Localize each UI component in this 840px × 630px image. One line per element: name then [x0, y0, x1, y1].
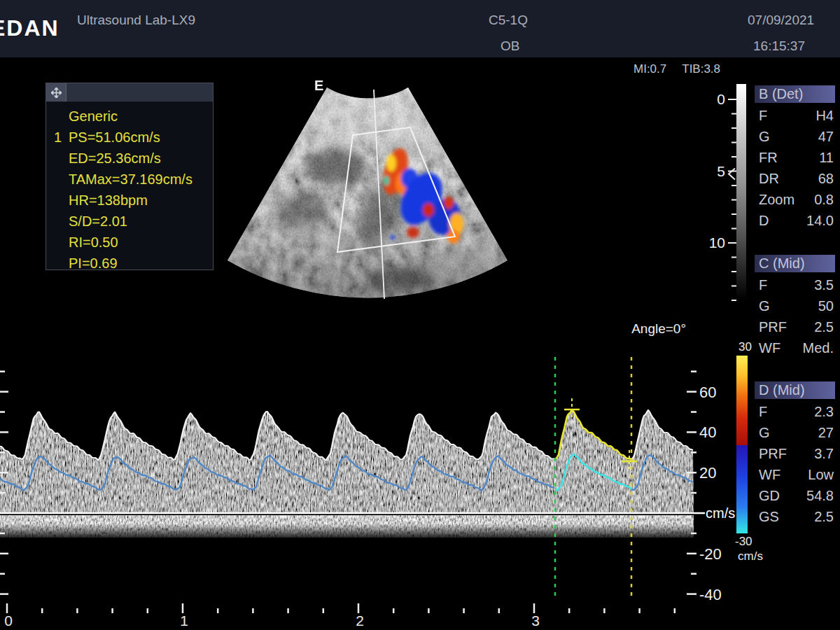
- param-group-c: C (Mid) F3.5G50PRF2.5WFMed.: [755, 255, 835, 358]
- velocity-label: 40: [699, 424, 716, 441]
- param-row: PRF3.7: [755, 443, 835, 464]
- date-label: 07/09/2021: [748, 13, 814, 28]
- param-row: WFLow: [755, 464, 835, 485]
- param-label: Zoom: [759, 189, 794, 210]
- mi-index: MI:0.7: [634, 62, 666, 76]
- param-label: FR: [759, 147, 778, 168]
- measurement-text: Generic: [69, 106, 118, 127]
- param-value: 2.5: [814, 506, 834, 527]
- param-label: PRF: [759, 316, 787, 337]
- measurement-text: PI=0.69: [69, 253, 118, 274]
- velocity-label: 60: [699, 384, 716, 401]
- param-row: DR68: [755, 168, 835, 189]
- param-header-b[interactable]: B (Det): [755, 85, 835, 103]
- param-value: 54.8: [806, 485, 834, 506]
- param-label: G: [759, 422, 770, 443]
- param-rows-b: FH4G47FR11DR68Zoom0.8D14.0: [755, 105, 835, 231]
- param-row: FR11: [755, 147, 835, 168]
- orientation-marker: E: [314, 78, 323, 94]
- top-status-bar: EDAN Ultrasound Lab-LX9 C5-1Q 07/09/2021…: [0, 0, 840, 57]
- param-value: 2.5: [814, 316, 834, 337]
- param-label: D: [759, 210, 769, 231]
- measurement-results-panel[interactable]: Generic1PS=51.06cm/sED=25.36cm/sTAMax=37…: [46, 83, 214, 270]
- velocity-label: -20: [699, 545, 722, 563]
- param-value: 68: [818, 168, 834, 189]
- spectral-fill: [0, 411, 694, 513]
- param-label: GS: [759, 506, 779, 527]
- colorbar-positive: [736, 356, 748, 445]
- param-row: F3.5: [755, 274, 835, 295]
- acoustic-indices: MI:0.7TIB:3.8: [634, 62, 736, 76]
- measurement-text: TAMax=37.169cm/s: [69, 169, 192, 190]
- param-value: Med.: [803, 337, 834, 358]
- measurement-text: S/D=2.01: [69, 211, 127, 232]
- move-handle[interactable]: [46, 83, 66, 102]
- depth-label: 0: [717, 91, 725, 107]
- measurement-row: 1PS=51.06cm/s: [46, 127, 213, 148]
- depth-shading: [227, 88, 507, 298]
- measurement-row: TAMax=37.169cm/s: [46, 169, 213, 190]
- param-label: GD: [759, 485, 780, 506]
- param-header-d[interactable]: D (Mid): [755, 382, 835, 399]
- exam-preset-label: OB: [500, 38, 519, 54]
- param-rows-c: F3.5G50PRF2.5WFMed.: [755, 274, 835, 358]
- param-value: 2.3: [814, 401, 834, 422]
- param-value: H4: [816, 105, 834, 126]
- param-row: WFMed.: [755, 337, 835, 358]
- measurement-index: [46, 232, 69, 253]
- param-row: GS2.5: [755, 506, 835, 527]
- time-label: 1: [180, 612, 188, 629]
- grayscale-bar: [736, 84, 746, 300]
- depth-label: 10: [709, 234, 725, 251]
- param-label: PRF: [759, 443, 787, 464]
- spectral-display: 604020-20-40cm/s0123: [0, 308, 735, 630]
- param-value: 27: [818, 422, 834, 443]
- measurement-index: [46, 190, 69, 211]
- param-value: 0.8: [814, 189, 834, 210]
- param-value: 3.7: [814, 443, 834, 464]
- measurement-text: RI=0.50: [69, 232, 118, 253]
- measurement-text: ED=25.36cm/s: [69, 148, 161, 169]
- colorbar-negative: [736, 445, 748, 533]
- measurement-row: S/D=2.01: [46, 211, 213, 232]
- param-label: F: [759, 274, 767, 295]
- time-label: 2: [356, 612, 364, 629]
- param-row: PRF2.5: [755, 316, 835, 337]
- ultrasound-screen: EDAN Ultrasound Lab-LX9 C5-1Q 07/09/2021…: [0, 0, 840, 630]
- param-label: WF: [759, 464, 780, 485]
- time-label: 3: [531, 612, 540, 629]
- param-value: 11: [819, 147, 834, 168]
- measurement-index: 1: [46, 127, 69, 148]
- measurement-row: ED=25.36cm/s: [46, 148, 213, 169]
- velocity-label: 20: [699, 464, 716, 482]
- measurement-panel-titlebar: [46, 83, 213, 102]
- measurement-index: [46, 106, 69, 127]
- measurement-text: HR=138bpm: [69, 190, 148, 211]
- param-row: D14.0: [755, 210, 835, 231]
- time-label: 16:15:37: [753, 38, 805, 54]
- param-label: DR: [759, 168, 779, 189]
- param-row: G50: [755, 295, 835, 316]
- tib-index: TIB:3.8: [682, 62, 720, 76]
- measurement-list: Generic1PS=51.06cm/sED=25.36cm/sTAMax=37…: [46, 102, 213, 274]
- measurement-index: [46, 148, 69, 169]
- param-row: G47: [755, 126, 835, 147]
- param-value: 47: [818, 126, 834, 147]
- param-row: GD54.8: [755, 485, 835, 506]
- velocity-label: -40: [699, 586, 722, 603]
- param-label: G: [759, 126, 770, 147]
- measurement-index: [46, 253, 69, 274]
- b-mode-image: [210, 66, 539, 312]
- param-value: Low: [808, 464, 834, 485]
- measurement-row: HR=138bpm: [46, 190, 213, 211]
- colorbar-min-label: -30: [735, 535, 752, 549]
- machine-name: Ultrasound Lab-LX9: [77, 13, 195, 28]
- param-group-b: B (Det) FH4G47FR11DR68Zoom0.8D14.0: [755, 85, 835, 231]
- measurement-row: Generic: [46, 106, 213, 127]
- param-header-c[interactable]: C (Mid): [755, 255, 835, 272]
- measurement-text: PS=51.06cm/s: [69, 127, 160, 148]
- param-row: FH4: [755, 105, 835, 126]
- param-row: G27: [755, 422, 835, 443]
- param-group-d: D (Mid) F2.3G27PRF3.7WFLowGD54.8GS2.5: [755, 382, 835, 527]
- focus-marker[interactable]: [729, 169, 735, 180]
